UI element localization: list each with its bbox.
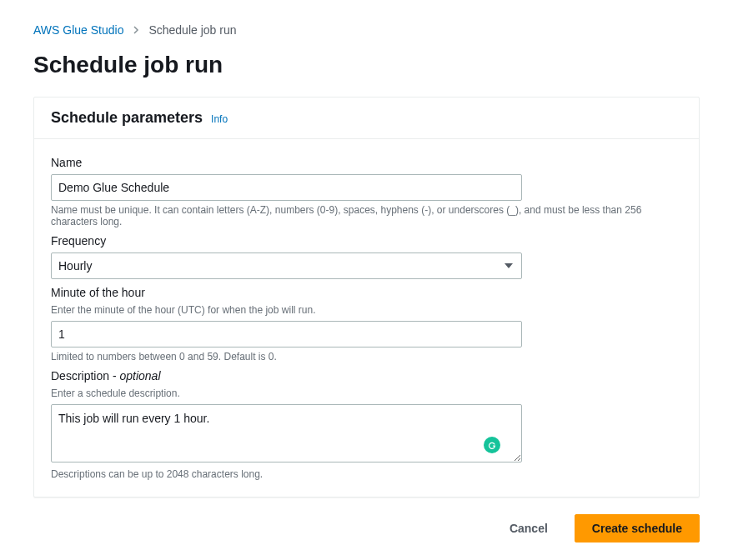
name-label: Name — [51, 156, 682, 169]
breadcrumb-current: Schedule job run — [148, 23, 236, 37]
name-input[interactable] — [51, 174, 522, 201]
panel-title: Schedule parameters — [51, 109, 203, 127]
caret-down-icon — [503, 260, 515, 272]
info-link[interactable]: Info — [211, 113, 228, 125]
frequency-label: Frequency — [51, 234, 682, 248]
name-field-group: Name Name must be unique. It can contain… — [51, 156, 682, 228]
cancel-button[interactable]: Cancel — [493, 514, 565, 542]
create-schedule-button[interactable]: Create schedule — [575, 514, 700, 542]
breadcrumb-root-link[interactable]: AWS Glue Studio — [33, 23, 123, 37]
description-textarea-wrap — [51, 404, 522, 465]
description-textarea[interactable] — [51, 404, 522, 462]
minute-sublabel: Enter the minute of the hour (UTC) for w… — [51, 304, 682, 316]
schedule-parameters-panel: Schedule parameters Info Name Name must … — [33, 97, 700, 498]
minute-field-group: Minute of the hour Enter the minute of t… — [51, 286, 682, 362]
frequency-value: Hourly — [58, 259, 92, 272]
page-title: Schedule job run — [33, 52, 700, 78]
description-optional-text: optional — [119, 369, 160, 382]
chevron-right-icon — [132, 26, 140, 34]
minute-hint: Limited to numbers between 0 and 59. Def… — [51, 351, 682, 362]
description-label: Description - optional — [51, 369, 682, 382]
description-sublabel: Enter a schedule description. — [51, 388, 682, 399]
frequency-select[interactable]: Hourly — [51, 252, 522, 279]
minute-label: Minute of the hour — [51, 286, 682, 299]
description-hint: Descriptions can be up to 2048 character… — [51, 468, 682, 480]
panel-header: Schedule parameters Info — [34, 98, 699, 139]
description-label-text: Description - — [51, 369, 119, 382]
frequency-field-group: Frequency Hourly — [51, 234, 682, 279]
description-field-group: Description - optional Enter a schedule … — [51, 369, 682, 480]
panel-body: Name Name must be unique. It can contain… — [34, 139, 699, 497]
footer-actions: Cancel Create schedule — [33, 514, 700, 542]
minute-input[interactable] — [51, 321, 522, 348]
name-hint: Name must be unique. It can contain lett… — [51, 204, 682, 228]
breadcrumb: AWS Glue Studio Schedule job run — [33, 23, 700, 37]
